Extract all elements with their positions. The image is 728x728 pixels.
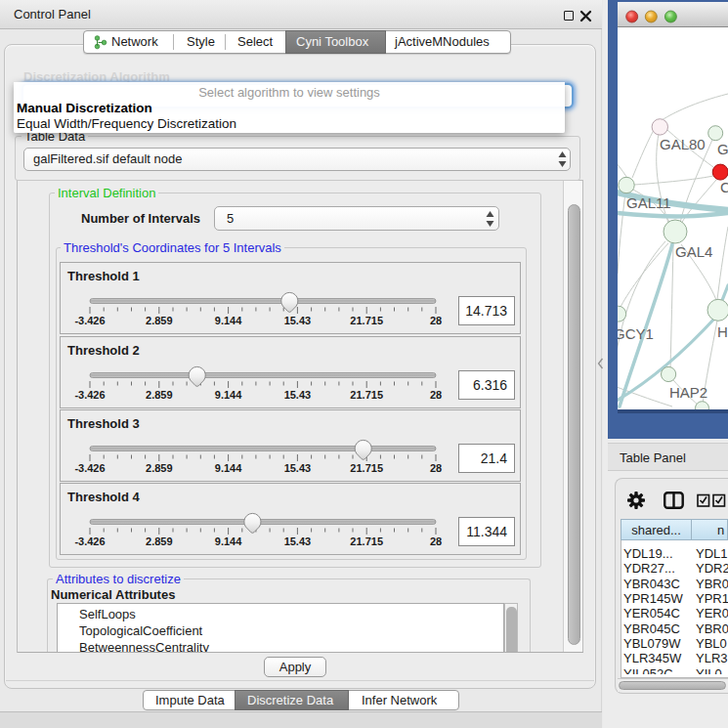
svg-text:28: 28: [430, 535, 442, 547]
svg-text:21.715: 21.715: [350, 535, 383, 547]
svg-text:GAL80: GAL80: [660, 136, 706, 152]
svg-text:21.715: 21.715: [350, 389, 383, 401]
svg-text:-3.426: -3.426: [74, 315, 105, 326]
svg-text:H: H: [717, 323, 728, 340]
svg-text:15.43: 15.43: [284, 315, 312, 326]
svg-text:HAP2: HAP2: [669, 384, 707, 401]
svg-text:9.144: 9.144: [215, 315, 242, 326]
svg-text:9.144: 9.144: [215, 462, 242, 474]
svg-text:GAL11: GAL11: [626, 194, 671, 211]
svg-text:G.: G.: [717, 141, 728, 157]
svg-text:2.859: 2.859: [146, 535, 173, 547]
svg-text:21.715: 21.715: [350, 315, 383, 326]
svg-text:C: C: [720, 179, 728, 195]
svg-text:15.43: 15.43: [284, 462, 312, 474]
svg-text:15.43: 15.43: [284, 389, 312, 401]
svg-text:-3.426: -3.426: [74, 535, 105, 547]
svg-text:2.859: 2.859: [146, 389, 173, 401]
svg-text:9.144: 9.144: [215, 389, 242, 401]
svg-text:-3.426: -3.426: [74, 389, 105, 401]
svg-text:28: 28: [430, 389, 442, 401]
svg-text:2.859: 2.859: [146, 315, 173, 326]
svg-text:GCY1: GCY1: [618, 325, 654, 342]
svg-text:28: 28: [430, 315, 442, 326]
svg-text:-3.426: -3.426: [74, 462, 105, 474]
svg-text:9.144: 9.144: [215, 535, 242, 547]
svg-text:GAL4: GAL4: [675, 243, 712, 260]
svg-text:2.859: 2.859: [146, 462, 173, 474]
svg-text:21.715: 21.715: [350, 462, 383, 474]
svg-text:15.43: 15.43: [284, 535, 312, 547]
svg-text:28: 28: [430, 462, 442, 474]
